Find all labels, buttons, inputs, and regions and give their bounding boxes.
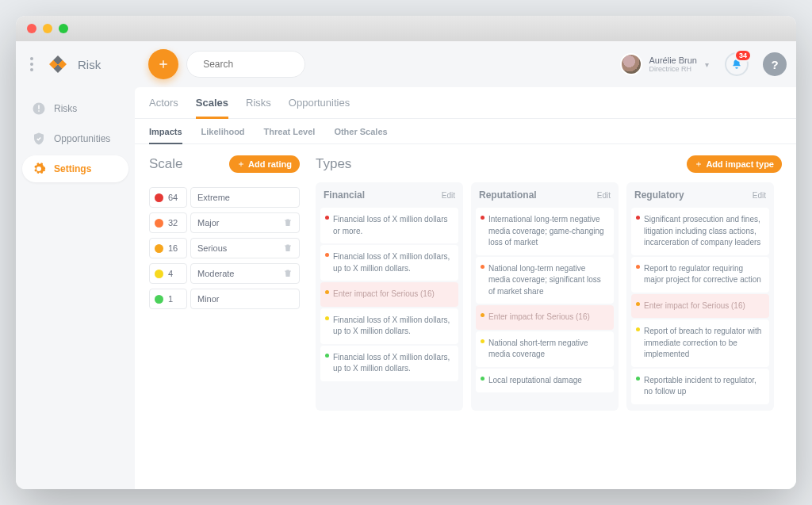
shield-icon — [32, 132, 46, 146]
scale-label-text: Major — [197, 218, 220, 228]
gear-icon — [32, 162, 46, 176]
impact-empty-placeholder[interactable]: Enter impact for Serious (16) — [320, 282, 458, 307]
avatar — [620, 53, 642, 75]
help-button[interactable]: ? — [763, 52, 787, 76]
scale-value-cell[interactable]: 16 — [149, 238, 187, 258]
top-bar: Risk Aurélie Brun Directrice RH ▾ 34 — [16, 41, 796, 87]
tab-scales[interactable]: Scales — [196, 97, 228, 119]
impact-card[interactable]: Financial loss of X million dollars, up … — [320, 245, 458, 281]
scale-value-cell[interactable]: 64 — [149, 187, 187, 208]
scale-value: 64 — [168, 193, 178, 202]
scale-row: 1Minor — [149, 289, 300, 309]
sidebar-item-label: Risks — [54, 103, 77, 114]
scale-label-text: Serious — [197, 243, 227, 253]
types-heading: Types — [316, 156, 351, 172]
impact-empty-placeholder[interactable]: Enter impact for Serious (16) — [631, 294, 769, 319]
impact-card[interactable]: Financial loss of X million dollars, up … — [320, 346, 458, 381]
severity-dot-icon — [155, 244, 163, 253]
scale-label-cell[interactable]: Minor — [190, 289, 300, 309]
tab-risks[interactable]: Risks — [246, 97, 271, 118]
impact-card[interactable]: Financial loss of X million dollars or m… — [320, 208, 458, 243]
add-button[interactable] — [148, 49, 178, 79]
trash-icon[interactable] — [283, 243, 293, 253]
impact-card[interactable]: Financial loss of X million dollars, up … — [320, 308, 458, 344]
user-menu[interactable]: Aurélie Brun Directrice RH ▾ — [620, 53, 709, 75]
scale-label-cell[interactable]: Extreme — [190, 187, 300, 208]
scale-label-cell[interactable]: Moderate — [190, 263, 300, 284]
app-window: Risk Aurélie Brun Directrice RH ▾ 34 — [16, 16, 796, 489]
window-zoom-dot[interactable] — [59, 24, 68, 33]
impact-empty-placeholder[interactable]: Enter impact for Serious (16) — [476, 305, 614, 330]
impact-type-title: Reputational — [479, 189, 537, 201]
notifications-button[interactable]: 34 — [725, 52, 749, 76]
scale-value: 4 — [168, 269, 173, 278]
severity-dot-icon — [155, 295, 163, 304]
notification-badge: 34 — [734, 49, 752, 62]
scale-value: 1 — [168, 294, 173, 304]
scale-value: 32 — [168, 218, 178, 228]
sidebar: Risks Opportunities Settings — [16, 87, 135, 489]
chevron-down-icon: ▾ — [705, 60, 709, 69]
impact-card[interactable]: Reportable incident to regulator, no fol… — [631, 369, 769, 404]
subtab-impacts[interactable]: Impacts — [149, 127, 182, 144]
tab-actors[interactable]: Actors — [149, 97, 178, 118]
impact-card[interactable]: Significant prosecution and fines, litig… — [631, 208, 769, 255]
scale-value-cell[interactable]: 32 — [149, 212, 187, 233]
severity-dot-icon — [155, 193, 163, 202]
impact-type-column: ReputationalEditInternational long-term … — [471, 182, 619, 411]
sidebar-item-risks[interactable]: Risks — [22, 95, 128, 122]
plus-icon — [157, 58, 170, 71]
main-panel: Actors Scales Risks Opportunities Impact… — [135, 87, 796, 489]
scale-value: 16 — [168, 243, 178, 253]
impact-type-column: FinancialEditFinancial loss of X million… — [316, 182, 463, 411]
sidebar-item-label: Settings — [54, 163, 91, 174]
impact-card[interactable]: National short-term negative media cover… — [476, 331, 614, 367]
subtab-other-scales[interactable]: Other Scales — [334, 127, 387, 143]
impact-card[interactable]: Report to regulator requiring major proj… — [631, 257, 769, 293]
add-rating-button[interactable]: Add rating — [229, 155, 300, 173]
scale-value-cell[interactable]: 4 — [149, 263, 187, 284]
sidebar-item-settings[interactable]: Settings — [22, 155, 128, 182]
subtab-threat-level[interactable]: Threat Level — [264, 127, 316, 143]
edit-type-button[interactable]: Edit — [753, 191, 766, 200]
app-logo-icon — [49, 55, 67, 73]
sidebar-item-opportunities[interactable]: Opportunities — [22, 125, 128, 152]
scale-row: 4Moderate — [149, 263, 300, 284]
impact-type-column: RegulatoryEditSignificant prosecution an… — [626, 182, 774, 411]
app-name: Risk — [78, 58, 101, 71]
scale-label-text: Minor — [197, 294, 220, 304]
menu-dots-icon[interactable] — [22, 57, 41, 71]
impact-card[interactable]: Report of breach to regulator with immed… — [631, 319, 769, 367]
add-impact-type-button[interactable]: Add impact type — [687, 155, 782, 173]
edit-type-button[interactable]: Edit — [442, 191, 455, 200]
user-role: Directrice RH — [649, 65, 697, 73]
impact-card[interactable]: Local reputational damage — [476, 369, 614, 393]
tab-opportunities[interactable]: Opportunities — [289, 97, 350, 118]
window-close-dot[interactable] — [27, 24, 36, 33]
impact-type-title: Financial — [324, 189, 365, 201]
alert-icon — [32, 101, 46, 116]
scale-label-cell[interactable]: Serious — [190, 238, 300, 258]
impact-card[interactable]: International long-term negative media c… — [476, 208, 614, 255]
svg-rect-1 — [38, 105, 40, 109]
scale-label-cell[interactable]: Major — [190, 212, 300, 233]
scale-value-cell[interactable]: 1 — [149, 289, 187, 309]
plus-icon — [237, 160, 245, 168]
trash-icon[interactable] — [283, 269, 293, 278]
impact-card[interactable]: National long-term negative media covera… — [476, 257, 614, 304]
scale-label-text: Moderate — [197, 269, 234, 278]
severity-dot-icon — [155, 270, 163, 278]
search-field[interactable] — [186, 51, 305, 78]
edit-type-button[interactable]: Edit — [597, 191, 611, 200]
subtab-likelihood[interactable]: Likelihood — [201, 127, 245, 143]
trash-icon[interactable] — [283, 218, 293, 228]
sidebar-item-label: Opportunities — [54, 133, 110, 144]
secondary-tabs: Impacts Likelihood Threat Level Other Sc… — [135, 119, 796, 144]
search-input[interactable] — [203, 59, 322, 70]
scale-row: 64Extreme — [149, 187, 300, 208]
window-minimize-dot[interactable] — [43, 24, 52, 33]
user-name: Aurélie Brun — [649, 56, 697, 65]
window-titlebar — [16, 16, 796, 41]
types-column: Types Add impact type FinancialEditFinan… — [316, 155, 782, 478]
primary-tabs: Actors Scales Risks Opportunities — [135, 87, 796, 119]
